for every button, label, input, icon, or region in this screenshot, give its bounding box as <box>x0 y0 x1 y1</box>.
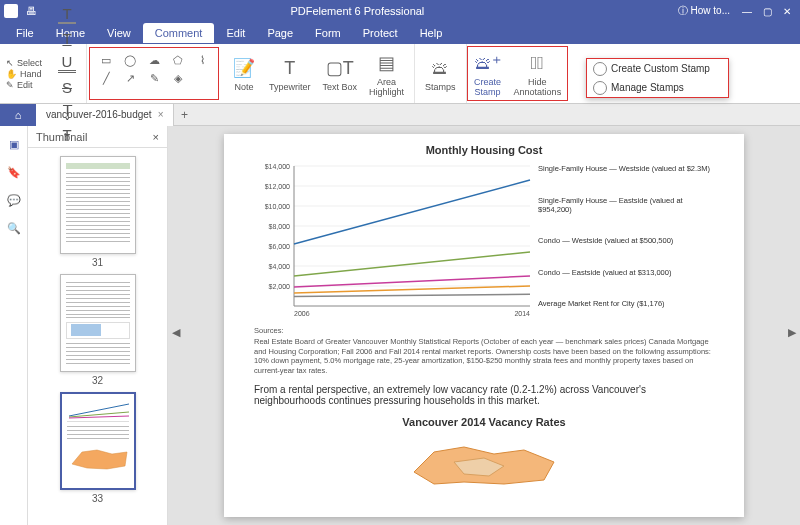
area-highlight-icon: ▤ <box>378 50 395 76</box>
rectangle-icon[interactable]: ▭ <box>98 52 114 68</box>
bookmarks-icon[interactable]: 🔖 <box>6 164 22 180</box>
cursor-icon: ↖ <box>6 58 14 68</box>
thumbnail-panel: Thumbnail × 313233 <box>28 126 168 525</box>
manage-stamps-item[interactable]: Manage Stamps <box>587 78 728 97</box>
create-stamp-button[interactable]: 🛎⁺Create Stamp <box>468 47 508 100</box>
svg-text:$6,000: $6,000 <box>269 243 291 250</box>
legend-entry: Single-Family House — Westside (valued a… <box>538 164 714 173</box>
svg-line-25 <box>294 294 530 296</box>
hide-annotations-button[interactable]: 👁̸Hide Annotations <box>508 47 568 100</box>
polygon-icon[interactable]: ⬠ <box>170 52 186 68</box>
arrow-icon[interactable]: ↗ <box>122 70 138 86</box>
circle-icon[interactable]: ◯ <box>122 52 138 68</box>
line-icon[interactable]: ╱ <box>98 70 114 86</box>
menu-form[interactable]: Form <box>305 24 351 42</box>
stamps-button[interactable]: 🛎Stamps <box>419 53 462 94</box>
prev-page-arrow[interactable]: ◀ <box>172 326 180 339</box>
select-tool[interactable]: ↖Select <box>6 58 42 68</box>
svg-text:$10,000: $10,000 <box>265 203 290 210</box>
area-highlight-button[interactable]: ▤Area Highlight <box>363 46 410 101</box>
thumbnail-page-number: 31 <box>92 257 103 268</box>
comments-icon[interactable]: 💬 <box>6 192 22 208</box>
print-icon[interactable]: 🖶 <box>26 5 37 17</box>
note-button[interactable]: 📝Note <box>225 46 263 101</box>
svg-text:$8,000: $8,000 <box>269 223 291 230</box>
svg-line-22 <box>294 252 530 276</box>
svg-text:2014: 2014 <box>514 310 530 317</box>
search-icon[interactable]: 🔍 <box>6 220 22 236</box>
new-tab-button[interactable]: + <box>174 108 194 122</box>
vacancy-subtitle: Vancouver 2014 Vacancy Rates <box>254 416 714 428</box>
svg-text:2006: 2006 <box>294 310 310 317</box>
edit-tool[interactable]: ✎Edit <box>6 80 42 90</box>
typewriter-button[interactable]: TTypewriter <box>263 46 317 101</box>
home-icon: ⌂ <box>15 109 22 121</box>
chart-title: Monthly Housing Cost <box>254 144 714 156</box>
thumbnails-icon[interactable]: ▣ <box>6 136 22 152</box>
typewriter-icon: T <box>284 55 295 81</box>
eraser-icon[interactable]: ◈ <box>170 70 186 86</box>
text-annotation-tools: T T U S T̬ Ŧ <box>48 44 87 103</box>
close-button[interactable]: ✕ <box>778 3 796 19</box>
sidebar-iconbar: ▣ 🔖 💬 🔍 <box>0 126 28 525</box>
thumbnail-close-icon[interactable]: × <box>153 131 159 143</box>
sources: Sources: Real Estate Board of Greater Va… <box>254 326 714 376</box>
pencil-icon: ✎ <box>6 80 14 90</box>
replace-text-tool[interactable]: Ŧ <box>58 126 76 143</box>
menu-bar: FileHomeViewCommentEditPageFormProtectHe… <box>0 22 800 44</box>
maximize-button[interactable]: ▢ <box>758 3 776 19</box>
howto-link[interactable]: ⓘ How to... <box>678 4 730 18</box>
document-viewer[interactable]: ◀ ▶ Monthly Housing Cost $2,000$4,000$6,… <box>168 126 800 525</box>
menu-edit[interactable]: Edit <box>216 24 255 42</box>
menu-page[interactable]: Page <box>257 24 303 42</box>
tab-close-icon[interactable]: × <box>158 109 164 120</box>
svg-text:$4,000: $4,000 <box>269 263 291 270</box>
create-stamp-menu: Create Custom Stamp Manage Stamps <box>586 58 729 98</box>
textbox-button[interactable]: ▢TText Box <box>317 46 364 101</box>
thumbnail-page[interactable]: 32 <box>60 274 136 386</box>
thumbnail-list[interactable]: 313233 <box>28 148 167 525</box>
hand-tool[interactable]: ✋Hand <box>6 69 42 79</box>
svg-line-21 <box>294 180 530 244</box>
svg-line-23 <box>294 276 530 287</box>
pencil-draw-icon[interactable]: ✎ <box>146 70 162 86</box>
document-tab[interactable]: vancouver-2016-budget × <box>36 104 174 126</box>
body-text: From a rental perspective, an extremely … <box>254 384 714 406</box>
connected-line-icon[interactable]: ⌇ <box>194 52 210 68</box>
home-tab-button[interactable]: ⌂ <box>0 104 36 126</box>
caret-insert-tool[interactable]: T̬ <box>58 102 76 120</box>
menu-comment[interactable]: Comment <box>143 23 215 43</box>
thumbnail-header: Thumbnail × <box>28 126 167 148</box>
menu-file[interactable]: File <box>6 24 44 42</box>
stamp-box: 🛎⁺Create Stamp 👁̸Hide Annotations <box>467 46 569 101</box>
app-title: PDFelement 6 Professional <box>37 5 678 17</box>
underline-tool[interactable]: T <box>58 30 76 47</box>
hand-icon: ✋ <box>6 69 17 79</box>
menu-help[interactable]: Help <box>410 24 453 42</box>
title-bar: 🖶 PDFelement 6 Professional ⓘ How to... … <box>0 0 800 22</box>
menu-view[interactable]: View <box>97 24 141 42</box>
menu-protect[interactable]: Protect <box>353 24 408 42</box>
create-custom-stamp-item[interactable]: Create Custom Stamp <box>587 59 728 78</box>
double-underline-tool[interactable]: U <box>58 53 76 73</box>
stamp-icon: 🛎 <box>431 55 449 81</box>
thumbnail-page-number: 32 <box>92 375 103 386</box>
selection-tools: ↖Select ✋Hand ✎Edit <box>0 44 48 103</box>
strikethrough-tool[interactable]: S <box>58 79 76 96</box>
stamps-group: 🛎Stamps <box>415 44 467 103</box>
legend-entry: Condo — Eastside (valued at $313,000) <box>538 268 714 277</box>
create-stamp-icon: 🛎⁺ <box>474 50 502 76</box>
thumbnail-page[interactable]: 31 <box>60 156 136 268</box>
chart-legend: Single-Family House — Westside (valued a… <box>538 160 714 320</box>
next-page-arrow[interactable]: ▶ <box>788 326 796 339</box>
chart-area: $2,000$4,000$6,000$8,000$10,000$12,000$1… <box>254 160 534 320</box>
legend-entry: Condo — Westside (valued at $500,500) <box>538 236 714 245</box>
highlight-tool[interactable]: T <box>58 5 76 24</box>
svg-text:$12,000: $12,000 <box>265 183 290 190</box>
thumbnail-page[interactable]: 33 <box>60 392 136 504</box>
cloud-icon[interactable]: ☁ <box>146 52 162 68</box>
vacancy-map <box>254 432 714 488</box>
textbox-icon: ▢T <box>326 55 354 81</box>
minimize-button[interactable]: — <box>738 3 756 19</box>
thumbnail-page-number: 33 <box>92 493 103 504</box>
